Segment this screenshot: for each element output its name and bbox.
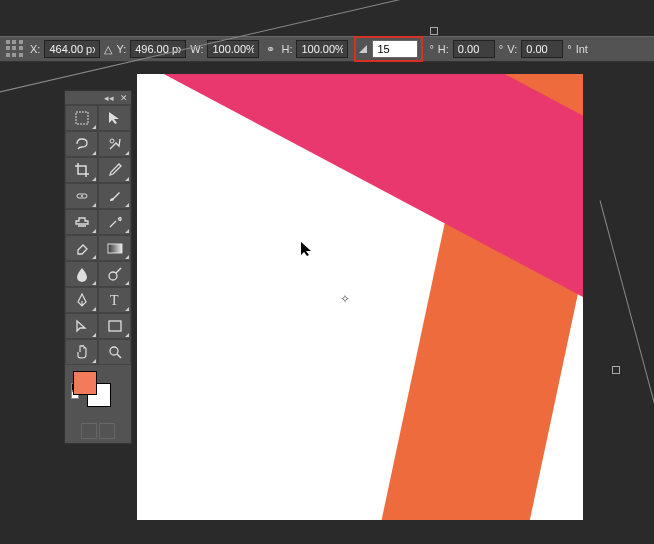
transform-edge (600, 200, 654, 544)
crop-tool[interactable] (65, 157, 98, 183)
skew-v-input[interactable] (521, 40, 563, 58)
y-label: Y: (116, 43, 126, 55)
skew-h-label: H: (438, 43, 449, 55)
h-label: H: (281, 43, 292, 55)
close-icon[interactable]: ✕ (120, 93, 128, 103)
skew-v-label: V: (507, 43, 517, 55)
tools-panel-header: ◂◂ ✕ (65, 91, 131, 105)
options-bar: X: △ Y: W: ⚭ H: ° H: ° V: ° Int (0, 36, 654, 62)
history-brush-tool[interactable] (98, 209, 131, 235)
transform-edge (0, 494, 27, 544)
degree-label-2: ° (499, 43, 503, 55)
clone-stamp-tool[interactable] (65, 209, 98, 235)
skew-h-input[interactable] (453, 40, 495, 58)
rotation-field-highlight (354, 36, 423, 62)
degree-label-3: ° (567, 43, 571, 55)
eyedropper-tool[interactable] (98, 157, 131, 183)
svg-point-9 (110, 347, 118, 355)
healing-tool[interactable] (65, 183, 98, 209)
svg-line-10 (117, 354, 121, 358)
blur-tool[interactable] (65, 261, 98, 287)
svg-rect-4 (108, 244, 122, 253)
collapse-icon[interactable]: ◂◂ (104, 93, 114, 103)
quick-mask-icon[interactable] (81, 423, 97, 439)
transform-handle[interactable] (430, 27, 438, 35)
hand-tool[interactable] (65, 339, 98, 365)
dodge-tool[interactable] (98, 261, 131, 287)
height-input[interactable] (296, 40, 348, 58)
delta-icon[interactable]: △ (104, 43, 112, 56)
svg-rect-0 (76, 112, 88, 124)
path-selection-tool[interactable] (65, 313, 98, 339)
link-icon[interactable]: ⚭ (263, 43, 277, 56)
svg-point-1 (110, 139, 114, 143)
brush-tool[interactable] (98, 183, 131, 209)
svg-point-3 (81, 195, 83, 197)
reference-point-grid[interactable] (4, 38, 26, 60)
rectangle-tool[interactable] (98, 313, 131, 339)
pen-tool[interactable] (65, 287, 98, 313)
screen-mode-icon[interactable] (99, 423, 115, 439)
transform-handle[interactable] (612, 366, 620, 374)
tools-panel: ◂◂ ✕ T (64, 90, 132, 444)
degree-label: ° (429, 43, 433, 55)
move-tool[interactable] (98, 105, 131, 131)
screen-mode-row (65, 419, 131, 443)
rotation-input[interactable] (372, 40, 418, 58)
type-tool[interactable]: T (98, 287, 131, 313)
svg-rect-8 (109, 321, 121, 331)
foreground-color-swatch[interactable] (73, 371, 97, 395)
svg-point-5 (109, 272, 117, 280)
gradient-tool[interactable] (98, 235, 131, 261)
interpolation-label: Int (576, 43, 588, 55)
angle-icon (359, 45, 367, 53)
x-input[interactable] (44, 40, 100, 58)
lasso-tool[interactable] (65, 131, 98, 157)
marquee-tool[interactable] (65, 105, 98, 131)
color-swatches (65, 365, 131, 401)
x-label: X: (30, 43, 40, 55)
eraser-tool[interactable] (65, 235, 98, 261)
svg-text:T: T (110, 293, 119, 308)
quick-selection-tool[interactable] (98, 131, 131, 157)
zoom-tool[interactable] (98, 339, 131, 365)
canvas[interactable] (137, 74, 583, 520)
svg-line-6 (116, 268, 121, 273)
